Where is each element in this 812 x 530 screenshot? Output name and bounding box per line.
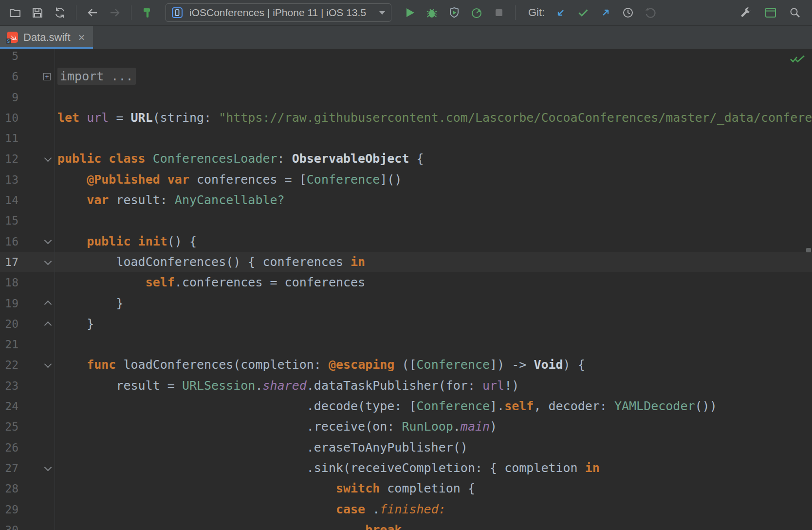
line-number[interactable]: 24 (0, 396, 18, 416)
debug-button[interactable] (422, 3, 442, 22)
save-button[interactable] (27, 3, 48, 22)
line-number[interactable]: 15 (0, 210, 18, 231)
run-button[interactable] (399, 3, 420, 22)
code-line-11[interactable]: 11 (0, 128, 812, 149)
code-text[interactable]: import ... (55, 66, 812, 87)
code-line-28[interactable]: 28 switch completion { (0, 478, 812, 499)
code-line-22[interactable]: 22 func loadConferences(completion: @esc… (0, 355, 812, 375)
code-line-24[interactable]: 24 .decode(type: [Conference].self, deco… (0, 396, 812, 416)
line-number[interactable]: 5 (0, 49, 18, 66)
code-line-30[interactable]: 30 break (0, 520, 812, 530)
code-line-10[interactable]: 10let url = URL(string: "https://raw.git… (0, 108, 812, 128)
code-line-6[interactable]: 6+import ... (0, 66, 812, 87)
code-line-26[interactable]: 26 .eraseToAnyPublisher() (0, 437, 812, 458)
tab-data-swift[interactable]: S Data.swift × (0, 26, 93, 49)
line-number[interactable]: 23 (0, 376, 18, 396)
line-number[interactable]: 28 (0, 478, 18, 499)
fold-end-icon[interactable] (44, 321, 52, 329)
line-number[interactable]: 13 (0, 170, 18, 190)
open-folder-button[interactable] (5, 3, 25, 22)
code-line-16[interactable]: 16 public init() { (0, 231, 812, 252)
code-text[interactable]: let url = URL(string: "https://raw.githu… (55, 108, 812, 128)
code-line-20[interactable]: 20 } (0, 314, 812, 334)
code-text[interactable]: break (55, 520, 812, 530)
line-number[interactable]: 20 (0, 314, 18, 334)
code-line-18[interactable]: 18 self.conferences = conferences (0, 272, 812, 293)
line-number[interactable]: 19 (0, 293, 18, 314)
history-button[interactable] (618, 3, 638, 22)
line-number[interactable]: 6 (0, 66, 18, 87)
code-text[interactable]: public class ConferencesLoader: Observab… (55, 149, 812, 169)
line-number[interactable]: 16 (0, 231, 18, 252)
git-commit-button[interactable] (573, 3, 593, 22)
line-number[interactable]: 14 (0, 190, 18, 210)
code-text[interactable]: self.conferences = conferences (55, 272, 812, 293)
rollback-button[interactable] (640, 3, 661, 22)
code-text[interactable]: public init() { (55, 231, 812, 252)
sync-button[interactable] (50, 3, 70, 22)
code-text[interactable]: func loadConferences(completion: @escapi… (55, 355, 812, 375)
git-update-project-button[interactable] (551, 3, 571, 22)
settings-wrench-button[interactable] (736, 3, 757, 22)
line-number[interactable]: 30 (0, 520, 18, 530)
stop-button[interactable] (489, 3, 509, 22)
code-line-25[interactable]: 25 .receive(on: RunLoop.main) (0, 416, 812, 437)
code-text[interactable]: } (55, 314, 812, 334)
code-line-12[interactable]: 12public class ConferencesLoader: Observ… (0, 149, 812, 169)
code-line-14[interactable]: 14 var result: AnyCancellable? (0, 190, 812, 210)
fold-start-icon[interactable] (44, 154, 52, 162)
code-text[interactable]: @Published var conferences = [Conference… (55, 170, 812, 190)
code-line-29[interactable]: 29 case .finished: (0, 499, 812, 520)
git-push-button[interactable] (595, 3, 616, 22)
build-button[interactable] (137, 3, 158, 22)
line-number[interactable]: 27 (0, 458, 18, 478)
profiler-button[interactable] (466, 3, 487, 22)
fold-end-icon[interactable] (44, 301, 52, 308)
code-text[interactable]: var result: AnyCancellable? (55, 190, 812, 210)
line-number[interactable]: 18 (0, 272, 18, 293)
navigate-back-button[interactable] (82, 3, 103, 22)
navigate-forward-button[interactable] (105, 3, 125, 22)
code-text[interactable]: .eraseToAnyPublisher() (55, 437, 812, 458)
code-line-19[interactable]: 19 } (0, 293, 812, 314)
search-button[interactable] (785, 3, 805, 22)
fold-start-icon[interactable] (44, 360, 52, 368)
code-text[interactable]: case .finished: (55, 499, 812, 520)
line-number[interactable]: 12 (0, 149, 18, 169)
line-number[interactable]: 29 (0, 499, 18, 520)
line-number[interactable]: 26 (0, 437, 18, 458)
code-text[interactable]: } (55, 293, 812, 314)
line-number[interactable]: 21 (0, 334, 18, 355)
fold-start-icon[interactable] (44, 463, 52, 471)
scrollbar-current-line-marker[interactable] (806, 248, 811, 252)
code-text[interactable]: switch completion { (55, 478, 812, 499)
code-line-23[interactable]: 23 result = URLSession.shared.dataTaskPu… (0, 376, 812, 396)
code-line-9[interactable]: 9 (0, 87, 812, 108)
tab-close-icon[interactable]: × (78, 32, 85, 43)
line-number[interactable]: 10 (0, 108, 18, 128)
code-line-5[interactable]: 5 (0, 49, 812, 66)
line-number[interactable]: 22 (0, 355, 18, 375)
code-text[interactable]: loadConferences() { conferences in (55, 252, 812, 272)
fold-start-icon[interactable] (44, 257, 52, 265)
code-line-15[interactable]: 15 (0, 210, 812, 231)
inspection-status-widget[interactable] (790, 53, 805, 65)
line-number[interactable]: 9 (0, 87, 18, 108)
code-text[interactable]: .decode(type: [Conference].self, decoder… (55, 396, 812, 416)
fold-start-icon[interactable] (44, 237, 52, 245)
code-line-21[interactable]: 21 (0, 334, 812, 355)
run-configuration-selector[interactable]: iOSConferences | iPhone 11 | iOS 13.5 (166, 3, 391, 22)
code-line-13[interactable]: 13 @Published var conferences = [Confere… (0, 170, 812, 190)
fold-expand-icon[interactable]: + (43, 73, 51, 80)
line-number[interactable]: 17 (0, 252, 18, 272)
save-icon (31, 6, 44, 19)
line-number[interactable]: 11 (0, 128, 18, 149)
code-text[interactable]: result = URLSession.shared.dataTaskPubli… (55, 376, 812, 396)
run-with-coverage-button[interactable] (444, 3, 464, 22)
code-text[interactable]: .sink(receiveCompletion: { completion in (55, 458, 812, 478)
code-line-27[interactable]: 27 .sink(receiveCompletion: { completion… (0, 458, 812, 478)
code-text[interactable]: .receive(on: RunLoop.main) (55, 416, 812, 437)
editor-layout-button[interactable] (760, 3, 781, 22)
line-number[interactable]: 25 (0, 416, 18, 437)
code-line-17[interactable]: 17 loadConferences() { conferences in (0, 252, 812, 272)
